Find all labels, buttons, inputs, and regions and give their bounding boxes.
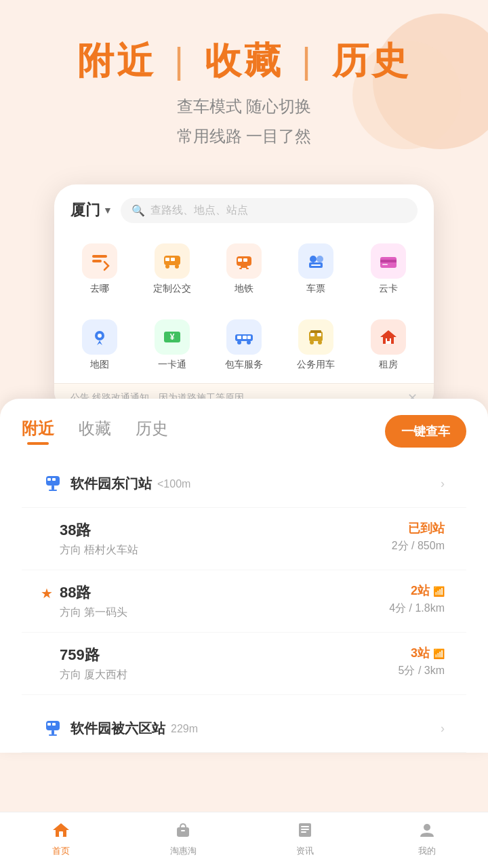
grid-item-map[interactable]: 地图 [65,313,134,378]
search-icon: 🔍 [131,204,145,217]
svg-point-5 [165,264,169,269]
header-subtitle: 查车模式 随心切换 常用线路 一目了然 [27,92,461,150]
title-part1: 附近 [77,40,156,81]
star-icon-88: ★ [41,585,53,601]
query-bus-button[interactable]: 一键查车 [385,415,466,448]
home-icon [49,818,73,842]
svg-rect-31 [310,330,321,333]
tab-history[interactable]: 历史 [136,418,168,445]
city-selector[interactable]: 厦门 ▼ [70,200,113,220]
station-section-1: 软件园东门站 <100m › 38路 方向 梧村火车站 已到站 2分 / 850… [22,461,466,695]
svg-rect-38 [387,338,390,341]
nav-shop[interactable]: 淘惠淘 [122,818,244,857]
svg-rect-51 [177,827,189,837]
header-section: 附近 | 收藏 | 历史 查车模式 随心切换 常用线路 一目了然 [0,0,488,171]
station-header-2[interactable]: 软件园被六区站 229m › [22,706,466,753]
svg-rect-55 [301,829,309,830]
bus-stop-icon-2 [43,718,62,740]
custom-bus-icon [155,243,190,279]
city-dropdown-icon: ▼ [103,205,113,216]
title-part3: 历史 [332,40,411,81]
cloud-card-icon [371,243,406,279]
grid-item-charter[interactable]: 包车服务 [209,313,279,378]
svg-rect-54 [301,826,309,827]
svg-point-28 [237,340,241,344]
station-dist-1: <100m [157,478,190,490]
bottom-nav: 首页 淘惠淘 资讯 我的 [0,812,488,868]
bus-right-759: 3站 📶 5分 / 3km [399,645,445,678]
transit-card-label: 一卡通 [158,359,186,371]
svg-rect-27 [247,336,251,339]
quena-label: 去哪 [90,283,109,295]
grid-item-custom-bus[interactable]: 定制公交 [137,237,206,302]
bus-status-38: 已到站 [392,520,445,536]
svg-rect-1 [92,260,102,262]
station-section-2: 软件园被六区站 229m › [22,706,466,753]
svg-rect-56 [301,831,306,833]
news-icon [293,818,317,842]
city-name: 厦门 [70,200,100,220]
map-icon [82,319,117,355]
bag-icon [171,818,195,842]
app-grid-row1: 去哪 定制公交 [54,231,434,307]
grid-item-ticket[interactable]: 车票 [281,237,350,302]
nav-news[interactable]: 资讯 [244,818,366,857]
app-topbar: 厦门 ▼ 🔍 查路线、地点、站点 [54,184,434,231]
bus-route-759[interactable]: 759路 方向 厦大西村 3站 📶 5分 / 3km [22,633,466,695]
svg-rect-19 [382,264,388,265]
svg-rect-0 [92,255,107,258]
charter-label: 包车服务 [225,359,263,371]
tab-favorites[interactable]: 收藏 [79,418,111,445]
signal-icon-759: 📶 [433,648,445,659]
station-header-1[interactable]: 软件园东门站 <100m › [22,461,466,508]
bus-time-88: 4分 / 1.8km [389,601,445,616]
svg-rect-12 [246,268,249,269]
nav-home-label: 首页 [52,845,70,857]
svg-point-13 [310,256,317,262]
station-name-2: 软件园被六区站 [70,719,165,738]
grid-item-rental[interactable]: 租房 [354,313,423,378]
station-name-1: 软件园东门站 [70,475,152,493]
bus-status-759: 3站 📶 [399,645,445,661]
svg-rect-16 [311,264,321,266]
nav-profile-label: 我的 [418,845,436,857]
grid-item-cloud-card[interactable]: 云卡 [354,237,423,302]
bus-route-88[interactable]: ★ 88路 方向 第一码头 2站 📶 4分 / 1.8km [22,570,466,633]
nav-home[interactable]: 首页 [0,818,122,857]
grid-item-official-car[interactable]: 公务用车 [281,313,350,378]
bus-route-38[interactable]: 38路 方向 梧村火车站 已到站 2分 / 850m [22,508,466,570]
svg-text:¥: ¥ [169,332,174,342]
grid-item-transit-card[interactable]: ¥ 一卡通 [137,313,206,378]
svg-point-35 [318,340,322,344]
svg-rect-50 [59,831,63,837]
phone-mockup: 厦门 ▼ 🔍 查路线、地点、站点 去哪 [54,184,434,412]
rental-icon [371,319,406,355]
tab-nearby[interactable]: 附近 [22,418,54,445]
grid-item-quena[interactable]: 去哪 [65,237,134,302]
bus-route-num-759: 759路 [60,645,127,665]
svg-rect-8 [238,258,242,262]
svg-rect-25 [237,336,241,339]
ticket-label: 车票 [306,283,325,295]
svg-rect-41 [52,478,56,481]
svg-rect-10 [241,266,247,268]
svg-rect-4 [171,258,175,261]
bus-route-num-38: 38路 [60,520,138,540]
bus-stop-icon-1 [43,473,62,495]
header-title: 附近 | 收藏 | 历史 [27,41,461,81]
svg-rect-42 [52,486,54,490]
grid-item-metro[interactable]: 地铁 [209,237,279,302]
rental-label: 租房 [379,359,398,371]
signal-icon-88: 📶 [433,586,445,597]
svg-rect-52 [181,830,185,831]
bus-right-38: 已到站 2分 / 850m [392,520,445,553]
search-bar[interactable]: 🔍 查路线、地点、站点 [121,198,418,223]
bus-left-88: 88路 方向 第一码头 [60,583,127,620]
nav-news-label: 资讯 [296,845,314,857]
bus-direction-88: 方向 第一码头 [60,606,127,620]
bus-left-38: 38路 方向 梧村火车站 [60,520,138,557]
metro-label: 地铁 [235,283,253,295]
nav-profile[interactable]: 我的 [366,818,488,857]
title-divider1: | [174,40,199,81]
svg-point-34 [310,340,314,344]
